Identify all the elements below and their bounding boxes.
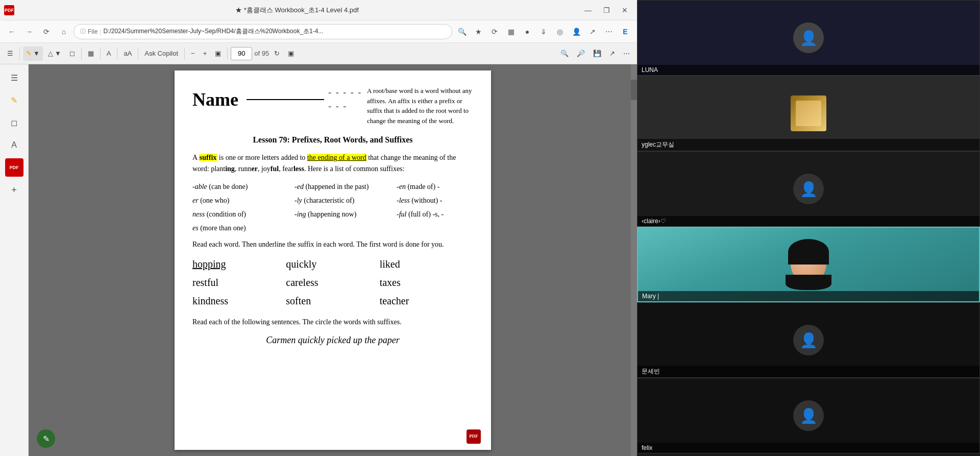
scrollbar-track[interactable]	[631, 64, 637, 456]
name-section: Name - - - - - - - -	[192, 86, 367, 113]
definition-text: A root/base word is a word without any a…	[367, 87, 472, 125]
back-button[interactable]: ←	[4, 24, 19, 39]
filter-tool-button[interactable]: △ ▼	[45, 46, 64, 61]
text-icon: A	[107, 50, 111, 57]
yglec-image-inner	[796, 101, 821, 126]
fit-page-button[interactable]: ▣	[212, 46, 224, 61]
forward-button[interactable]: →	[21, 24, 37, 39]
fit-page-icon: ▣	[215, 50, 221, 57]
word-soften: soften	[286, 293, 379, 308]
erase-icon: ◻	[69, 50, 75, 57]
refresh-button[interactable]: ⟳	[39, 24, 54, 39]
zoom-out2-button[interactable]: 🔎	[574, 46, 588, 61]
nav-bar: ← → ⟳ ⌂ ⓘ File | D:/2024/Summer%20Semest…	[0, 20, 637, 43]
sidebar-erase-button[interactable]: ◻	[5, 113, 23, 132]
luna-label: LUNA	[642, 66, 658, 74]
page-number-input[interactable]	[231, 47, 252, 60]
home-button[interactable]: ⌂	[56, 24, 71, 39]
suffix-col-1-2: -ed (happened in the past)	[295, 180, 376, 193]
favorites-button[interactable]: ★	[471, 24, 486, 39]
minimize-button[interactable]: —	[580, 3, 596, 17]
suffix-highlighted-word: suffix	[199, 154, 217, 161]
edge-button[interactable]: E	[618, 24, 633, 39]
split-view-button[interactable]: ▦	[85, 46, 97, 61]
pdf-viewer[interactable]: Name - - - - - - - - A root/base word is…	[29, 64, 637, 456]
sidebar-toggle-button[interactable]: ☰	[4, 46, 16, 61]
word-teacher: teacher	[380, 293, 473, 308]
sidebar-add-button[interactable]: +	[5, 181, 23, 199]
luna-avatar: 👤	[793, 22, 824, 53]
video-tile-mary: Mary |	[637, 227, 980, 302]
video-tile-moon: 👤 문세빈	[637, 302, 980, 378]
suffix-col-4-1: es (more than one)	[192, 222, 274, 234]
fullscreen-button[interactable]: ▣	[285, 46, 297, 61]
search-nav-button[interactable]: 🔍	[454, 24, 470, 39]
name-dashes: - - - - - - - -	[328, 86, 367, 113]
felix-label: felix	[642, 444, 652, 451]
annotation-button[interactable]: ✎	[37, 429, 55, 448]
para1-after: is one or more letters added to	[217, 154, 307, 161]
divider-4	[117, 47, 117, 60]
refresh2-button[interactable]: ⟳	[487, 24, 502, 39]
tab-button[interactable]: ▦	[503, 24, 519, 39]
ending-phrase-underlined: the ending of a word	[307, 154, 366, 161]
mary-name-badge: Mary |	[638, 291, 979, 301]
para3-text: Read each of the following sentences. Th…	[192, 318, 402, 326]
scrollbar-thumb[interactable]	[631, 80, 637, 100]
share-button[interactable]: ↗	[585, 24, 600, 39]
close-button[interactable]: ✕	[617, 3, 633, 17]
browser-window: PDF ★ *홈클래스 Workbook_초1-4 Level 4.pdf — …	[0, 0, 637, 456]
word-hopping: hopping	[192, 256, 286, 272]
moon-avatar: 👤	[793, 325, 824, 355]
para1-before: A	[192, 154, 199, 161]
account-button[interactable]: 👤	[569, 24, 584, 39]
divider-6	[184, 47, 185, 60]
annotation-icon: ✎	[43, 434, 50, 444]
sidebar-toggle-icon: ☰	[7, 50, 13, 57]
mary-label: Mary |	[642, 293, 659, 300]
ask-copilot-button[interactable]: Ask Copilot	[141, 46, 181, 61]
suffix-row-3: ness (condition of) -ing (happening now)…	[192, 208, 473, 221]
search-pdf-button[interactable]: 🔍	[557, 46, 572, 61]
word-restful: restful	[192, 275, 286, 290]
moon-name-badge: 문세빈	[638, 366, 979, 377]
rotate-button[interactable]: ↻	[271, 46, 283, 61]
highlight-dropdown: ▼	[33, 50, 40, 57]
content-area: ☰ ✎ ◻ A PDF + Name - - - - - - - -	[0, 64, 637, 456]
highlight-tool-button[interactable]: ✎ ▼	[23, 46, 43, 61]
pin-button[interactable]: ●	[520, 24, 535, 39]
yglec-content	[791, 95, 826, 131]
pdf-icon-label: PDF	[5, 8, 14, 13]
title-bar-left: PDF	[4, 5, 14, 15]
download-button[interactable]: ⇓	[536, 24, 551, 39]
sidebar-text-button[interactable]: A	[5, 136, 23, 154]
rotate-icon: ↻	[274, 50, 280, 57]
zoom-in-button[interactable]: +	[200, 46, 210, 61]
text-tool-button[interactable]: A	[104, 46, 114, 61]
erase-tool-button[interactable]: ◻	[66, 46, 78, 61]
suffix-col-2-1: er (one who)	[192, 194, 274, 207]
read-mode-button[interactable]: aA	[120, 46, 135, 61]
zoom-out-button[interactable]: −	[188, 46, 198, 61]
name-text: Name	[192, 86, 238, 113]
save-pdf-button[interactable]: 💾	[590, 46, 604, 61]
left-sidebar: ☰ ✎ ◻ A PDF +	[0, 64, 29, 456]
more-nav-button[interactable]: ⋯	[601, 24, 617, 39]
mary-video-feed	[638, 228, 979, 301]
address-bar[interactable]: ⓘ File | D:/2024/Summer%20Semester-July~…	[74, 24, 452, 39]
sidebar-highlight-button[interactable]: ✎	[5, 91, 23, 109]
divider-2	[81, 47, 82, 60]
more-pdf-button[interactable]: ⋯	[620, 46, 633, 61]
yglec-label: yglec교무실	[642, 141, 674, 148]
para2-text: Read each word. Then underline the suffi…	[192, 241, 444, 248]
maximize-button[interactable]: ❐	[598, 3, 615, 17]
sidebar-panel-button[interactable]: ☰	[5, 68, 23, 87]
extensions-button[interactable]: ◎	[552, 24, 568, 39]
suffix-row-4: es (more than one)	[192, 222, 473, 234]
pdf-watermark-text: PDF	[469, 433, 478, 440]
read-mode-icon: aA	[124, 50, 132, 57]
word-kindness: kindness	[192, 293, 286, 308]
share-pdf-button[interactable]: ↗	[606, 46, 618, 61]
claire-avatar: 👤	[793, 174, 824, 204]
fullscreen-icon: ▣	[288, 50, 294, 57]
